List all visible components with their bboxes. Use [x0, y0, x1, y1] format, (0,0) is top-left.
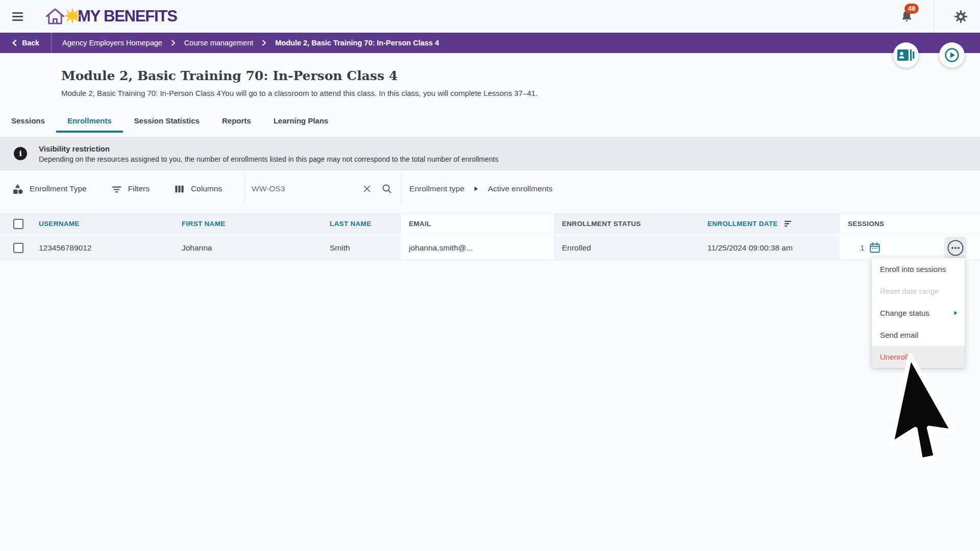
contact-card-icon: [897, 49, 915, 61]
row-checkbox[interactable]: [13, 243, 23, 253]
table-toolbar: Enrollment Type Filters Columns Enrollme…: [0, 170, 980, 207]
column-header-email[interactable]: EMAIL: [401, 214, 554, 234]
calendar-icon: [869, 242, 881, 254]
enrollment-type-filter-chip[interactable]: Enrollment type Active enrollments: [409, 184, 552, 193]
menu-item-unenroll[interactable]: Unenroll: [872, 346, 965, 368]
toolbar-divider: [401, 173, 401, 204]
columns-icon: [174, 183, 185, 195]
table-row: 123456789012 Johanna Smith johanna.smith…: [0, 236, 980, 260]
columns-button[interactable]: Columns: [174, 183, 222, 195]
select-all-cell: [0, 214, 31, 234]
breadcrumb-bar: Back Agency Employers Homepage Course ma…: [0, 33, 980, 53]
menu-item-reset-date-range: Reset date range: [872, 280, 965, 302]
filters-label: Filters: [128, 184, 150, 193]
breadcrumb-item-course-management[interactable]: Course management: [184, 39, 253, 47]
column-header-sessions[interactable]: SESSIONS: [840, 214, 980, 234]
gear-icon: [954, 10, 968, 23]
sessions-count: 1: [860, 243, 865, 253]
menu-item-send-email[interactable]: Send email: [872, 324, 965, 346]
filter-chip-label: Enrollment type: [409, 184, 464, 193]
cell-enrollment-status: Enrolled: [554, 236, 699, 260]
filter-icon: [111, 183, 122, 195]
row-select-cell: [0, 236, 31, 260]
cell-first-name: Johanna: [174, 236, 322, 260]
columns-label: Columns: [191, 184, 222, 193]
select-all-checkbox[interactable]: [13, 219, 23, 229]
filter-chip-value: Active enrollments: [488, 184, 553, 193]
play-icon: [944, 47, 960, 63]
filters-button[interactable]: Filters: [111, 183, 150, 195]
sessions-link[interactable]: 1: [860, 242, 881, 254]
play-course-button[interactable]: [939, 42, 965, 68]
page-description: Module 2, Basic Training 70: In-Person C…: [61, 89, 980, 97]
breadcrumb-item-current: Module 2, Basic Training 70: In-Person C…: [275, 39, 439, 47]
sort-icon: [783, 219, 794, 228]
column-header-enrollment-status[interactable]: ENROLLMENT STATUS: [554, 214, 699, 234]
tab-sessions[interactable]: Sessions: [0, 111, 56, 133]
menu-item-change-status[interactable]: Change status: [872, 302, 965, 324]
tab-bar: Sessions Enrollments Session Statistics …: [0, 111, 980, 133]
change-status-label: Change status: [880, 309, 929, 317]
tab-learning-plans[interactable]: Learning Plans: [262, 111, 340, 133]
search-input[interactable]: [252, 184, 353, 193]
clear-search-icon[interactable]: [362, 184, 372, 194]
cell-sessions: 1: [840, 236, 980, 260]
column-header-first-name[interactable]: FIRST NAME: [174, 214, 322, 234]
settings-button[interactable]: [954, 10, 968, 23]
home-icon[interactable]: [44, 6, 66, 27]
enrollment-type-label: Enrollment Type: [30, 184, 87, 193]
tab-session-statistics[interactable]: Session Statistics: [123, 111, 211, 133]
chevron-right-icon: [171, 40, 176, 46]
info-icon: i: [14, 147, 27, 160]
banner-title: Visibility restriction: [39, 144, 498, 153]
search-box: [245, 183, 401, 194]
row-actions-button[interactable]: [944, 237, 967, 259]
menu-item-enroll-into-sessions[interactable]: Enroll into sessions: [872, 258, 965, 280]
app-logo: MY BENEFITS: [44, 6, 177, 27]
breadcrumb-divider: [51, 33, 52, 53]
enrollments-card-button[interactable]: [893, 42, 919, 68]
breadcrumb-item-homepage[interactable]: Agency Employers Homepage: [62, 39, 162, 47]
cell-last-name: Smith: [322, 236, 401, 260]
enrollment-date-label: ENROLLMENT DATE: [707, 220, 778, 228]
tab-enrollments[interactable]: Enrollments: [56, 111, 123, 133]
chevron-right-icon: [262, 40, 266, 46]
app-header: MY BENEFITS 48: [0, 0, 980, 33]
notification-badge: 48: [904, 4, 919, 14]
ellipsis-icon: [947, 239, 964, 257]
cell-username: 123456789012: [31, 236, 174, 260]
chip-arrow-icon: [474, 186, 479, 192]
enrollment-type-button[interactable]: Enrollment Type: [11, 183, 87, 195]
breadcrumb: Agency Employers Homepage Course managem…: [62, 39, 439, 47]
back-chevron-icon: [12, 39, 17, 46]
header-divider: [934, 0, 935, 33]
column-header-username[interactable]: USERNAME: [31, 214, 174, 234]
sunburst-icon: [64, 7, 81, 27]
shapes-icon: [11, 183, 24, 195]
hamburger-menu-icon[interactable]: [12, 12, 23, 21]
column-header-enrollment-date[interactable]: ENROLLMENT DATE: [699, 214, 840, 234]
logo-text: MY BENEFITS: [78, 7, 177, 26]
back-label: Back: [22, 39, 39, 47]
back-button[interactable]: Back: [0, 33, 51, 53]
table-header: USERNAME FIRST NAME LAST NAME EMAIL ENRO…: [0, 213, 980, 234]
row-actions-menu: Enroll into sessions Reset date range Ch…: [872, 258, 965, 368]
cell-email: johanna.smith@...: [401, 236, 554, 260]
tab-reports[interactable]: Reports: [211, 111, 262, 133]
column-header-last-name[interactable]: LAST NAME: [322, 214, 401, 234]
submenu-arrow-icon: [953, 310, 958, 316]
notifications-button[interactable]: 48: [900, 10, 914, 23]
cell-enrollment-date: 11/25/2024 09:00:38 am: [699, 236, 840, 260]
visibility-restriction-banner: i Visibility restriction Depending on th…: [0, 137, 980, 170]
search-icon[interactable]: [381, 183, 393, 194]
page-title: Module 2, Basic Training 70: In-Person C…: [61, 68, 980, 83]
banner-message: Depending on the resources assigned to y…: [39, 155, 498, 163]
